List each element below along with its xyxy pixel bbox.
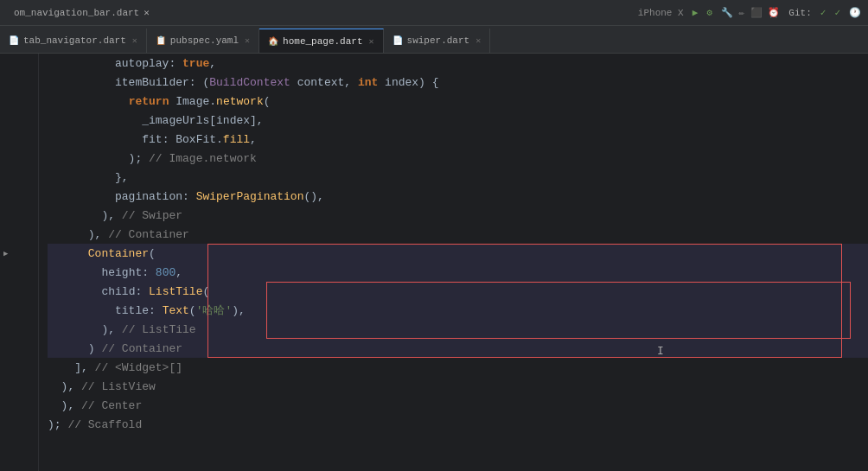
gutter-line <box>0 396 38 415</box>
tab-close[interactable]: ✕ <box>245 35 250 46</box>
run-icon[interactable]: ▶ <box>692 7 699 18</box>
gutter-line <box>0 187 38 206</box>
code-line: ), // Container <box>48 225 868 244</box>
selection-region: Container( height: 800, child: ListTile(… <box>48 244 868 358</box>
tab-icon: 📋 <box>156 35 166 46</box>
gutter-line <box>0 377 38 396</box>
cursor-symbol: I <box>657 345 664 358</box>
code-line-title: title: Text('哈哈'), <box>48 301 868 320</box>
git-label: Git: <box>788 8 811 18</box>
debug-icon[interactable]: ⚙ <box>706 7 712 18</box>
nav-bar-tab[interactable]: om_navigation_bar.dart ✕ <box>7 1 156 25</box>
toolbar: om_navigation_bar.dart ✕ iPhone X ▶ ⚙ 🔧 … <box>0 0 868 26</box>
gutter-line <box>0 301 38 320</box>
gutter-line <box>0 225 38 244</box>
tab-pubspec[interactable]: 📋 pubspec.yaml ✕ <box>147 29 259 53</box>
code-content: autoplay: true, itemBuilder: (BuildConte… <box>39 54 868 434</box>
nav-bar-label: om_navigation_bar.dart <box>14 8 139 18</box>
nav-bar-close[interactable]: ✕ <box>144 7 150 18</box>
code-line: ), // ListView <box>48 377 868 396</box>
gutter-line <box>0 73 38 92</box>
code-line: fit: BoxFit.fill, <box>48 130 868 149</box>
gutter-line <box>0 149 38 168</box>
tab-swiper[interactable]: 📄 swiper.dart ✕ <box>384 29 491 53</box>
code-line: _imageUrls[index], <box>48 111 868 130</box>
git-edit-icon[interactable]: ✓ <box>820 7 827 18</box>
git-check-icon[interactable]: ✓ <box>834 7 840 18</box>
gutter-line <box>0 415 38 434</box>
editor-area: autoplay: true, itemBuilder: (BuildConte… <box>0 54 868 471</box>
tab-icon: 📄 <box>9 35 19 46</box>
toolbar-icons: 🔧 ✏ ⬛ ⏰ <box>721 7 780 18</box>
code-line-height: height: 800, <box>48 263 868 282</box>
code-editor[interactable]: autoplay: true, itemBuilder: (BuildConte… <box>39 54 868 471</box>
gutter-line <box>0 54 38 73</box>
code-line: ), // Swiper <box>48 206 868 225</box>
gutter-line <box>0 320 38 339</box>
tab-icon: 📄 <box>393 35 403 46</box>
code-line-child: child: ListTile( <box>48 282 868 301</box>
code-line: autoplay: true, <box>48 54 868 73</box>
history-icon[interactable]: 🕐 <box>849 7 861 18</box>
code-line-container: Container( <box>48 244 868 263</box>
code-line: ), // Center <box>48 396 868 415</box>
tab-label: pubspec.yaml <box>170 35 239 46</box>
gutter-line <box>0 358 38 377</box>
code-line: return Image.network( <box>48 92 868 111</box>
gutter-line <box>0 130 38 149</box>
gutter-line-breakpoint <box>0 244 38 263</box>
gutter-line <box>0 339 38 358</box>
tab-tab-navigator[interactable]: 📄 tab_navigator.dart ✕ <box>0 29 147 53</box>
code-line: }, <box>48 168 868 187</box>
line-gutter <box>0 54 39 471</box>
code-line: itemBuilder: (BuildContext context, int … <box>48 73 868 92</box>
device-label: iPhone X <box>638 8 684 18</box>
gutter-line <box>0 206 38 225</box>
gutter-line <box>0 111 38 130</box>
tab-close[interactable]: ✕ <box>369 36 374 47</box>
code-line: ], // <Widget>[] <box>48 358 868 377</box>
tab-home-page[interactable]: 🏠 home_page.dart ✕ <box>259 29 383 53</box>
tab-close[interactable]: ✕ <box>475 35 481 46</box>
code-line: ); // Scaffold <box>48 415 868 434</box>
code-line-listtile-close: ), // ListTile <box>48 320 868 339</box>
tabs-bar: 📄 tab_navigator.dart ✕ 📋 pubspec.yaml ✕ … <box>0 26 868 54</box>
gutter-line <box>0 168 38 187</box>
tab-label: tab_navigator.dart <box>23 35 126 46</box>
code-line: pagination: SwiperPagination(), <box>48 187 868 206</box>
code-line: ); // Image.network <box>48 149 868 168</box>
tab-close[interactable]: ✕ <box>132 35 137 46</box>
gutter-line <box>0 92 38 111</box>
i-beam-cursor: I <box>657 343 664 359</box>
tab-label: home_page.dart <box>283 36 362 47</box>
tab-icon: 🏠 <box>268 36 278 47</box>
gutter-line <box>0 282 38 301</box>
code-line-container-close: ) // Container <box>48 339 868 358</box>
toolbar-right: iPhone X ▶ ⚙ 🔧 ✏ ⬛ ⏰ Git: ✓ ✓ 🕐 <box>638 7 861 18</box>
gutter-line <box>0 263 38 282</box>
tab-label: swiper.dart <box>407 35 470 46</box>
